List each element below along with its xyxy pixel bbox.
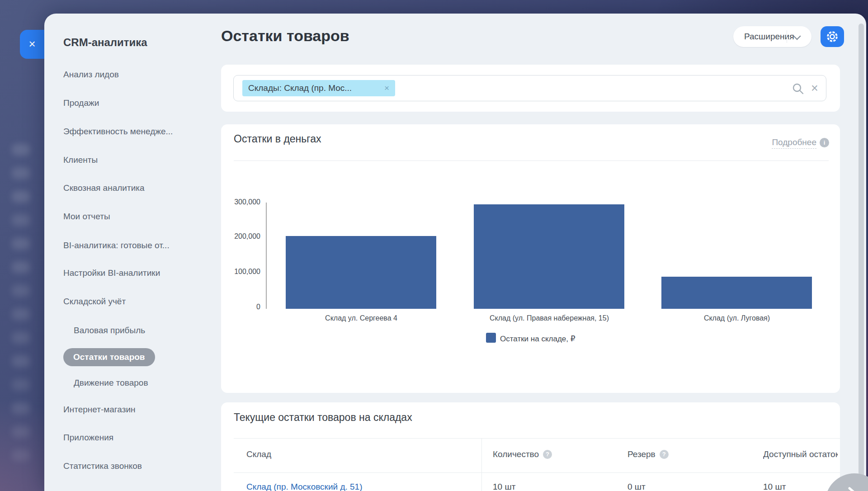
sidebar-item-call-statistics[interactable]: Статистика звонков	[63, 461, 142, 473]
column-header-reserve: Резерв ?	[627, 449, 669, 459]
sidebar-item-clipped[interactable]: С	[63, 489, 70, 491]
close-slider-button[interactable]: ×	[20, 30, 44, 59]
filter-card: Склады: Склад (пр. Мос... × ×	[221, 65, 840, 112]
gear-icon	[826, 30, 839, 43]
vertical-scrollbar[interactable]	[859, 24, 864, 491]
column-header-quantity: Количество ?	[493, 449, 552, 459]
sidebar-item-gross-profit[interactable]: Валовая прибыль	[74, 326, 145, 337]
settings-button[interactable]	[821, 26, 844, 47]
y-tick-0: 0	[221, 303, 260, 311]
sidebar-item-warehouse-accounting[interactable]: Складской учёт	[63, 297, 126, 308]
filter-search-input[interactable]: Склады: Склад (пр. Мос... × ×	[233, 75, 826, 101]
sidebar-item-stock-balance-active[interactable]: Остатки товаров	[63, 348, 155, 366]
bar-warehouse-sergeeva	[286, 236, 436, 309]
sidebar-item-my-reports[interactable]: Мои отчеты	[63, 212, 110, 223]
extensions-button-label: Расширения	[733, 32, 794, 42]
table-row-reserve: 0 шт	[627, 482, 646, 491]
filter-tag-remove-icon[interactable]: ×	[384, 83, 389, 93]
sidebar-item-lead-analysis[interactable]: Анализ лидов	[63, 70, 119, 81]
money-balance-card: Остатки в деньгах Подробнее i 300,000 20…	[221, 124, 840, 393]
bar-warehouse-lugovaya	[661, 277, 812, 309]
y-tick-100000: 100,000	[221, 268, 260, 276]
column-header-available: Доступный остаток	[763, 449, 838, 459]
column-header-warehouse: Склад	[246, 449, 271, 459]
page-title: Остатки товаров	[221, 27, 349, 45]
table-row-warehouse-link[interactable]: Склад (пр. Московский д. 51)	[246, 482, 363, 491]
help-icon[interactable]: ?	[543, 450, 552, 459]
sidebar-item-bi-analytics-settings[interactable]: Настройки BI-аналитики	[63, 268, 160, 280]
bar-warehouse-pravaya-naberezhnaya	[474, 204, 624, 309]
y-tick-200000: 200,000	[221, 232, 260, 241]
sidebar-item-end-to-end-analytics[interactable]: Сквозная аналитика	[63, 183, 145, 195]
sidebar-title: CRM-аналитика	[63, 36, 147, 49]
clear-search-icon[interactable]: ×	[811, 81, 818, 95]
x-label-lugovaya: Склад (ул. Луговая)	[642, 314, 832, 322]
legend-swatch	[486, 333, 496, 343]
legend-label: Остатки на складе, ₽	[500, 334, 576, 344]
search-icon[interactable]	[792, 82, 804, 97]
chevron-down-icon	[793, 33, 801, 40]
filter-tag-warehouses[interactable]: Склады: Склад (пр. Мос... ×	[242, 80, 395, 96]
sidebar-item-sales[interactable]: Продажи	[63, 98, 99, 110]
table-row-available: 10 шт	[763, 482, 786, 491]
details-link[interactable]: Подробнее	[772, 137, 816, 149]
y-axis-line	[266, 203, 267, 309]
background-menu-icons-blur	[12, 144, 30, 156]
table-header-border	[234, 472, 840, 473]
card-divider	[234, 161, 829, 161]
table-row-quantity: 10 шт	[493, 482, 515, 491]
sidebar-item-clients[interactable]: Клиенты	[63, 155, 98, 167]
sidebar-item-manager-efficiency[interactable]: Эффективность менедже...	[63, 127, 173, 138]
current-stock-table-card: Текущие остатки товаров на складах Склад…	[221, 402, 840, 491]
button-divider	[787, 30, 787, 43]
table-column-divider	[481, 438, 482, 491]
sidebar-item-online-store[interactable]: Интернет-магазин	[63, 405, 136, 416]
x-label-sergeeva: Склад ул. Сергеева 4	[266, 314, 456, 322]
help-icon[interactable]: ?	[660, 450, 669, 459]
table-border-top	[234, 438, 840, 439]
y-tick-300000: 300,000	[221, 198, 260, 206]
x-label-pravaya-naberezhnaya: Склад (ул. Правая набережная, 15)	[454, 314, 644, 322]
sidebar-item-goods-movement[interactable]: Движение товаров	[74, 378, 148, 390]
close-icon: ×	[28, 37, 35, 51]
sidebar-item-bi-analytics-reports[interactable]: BI-аналитика: готовые от...	[63, 241, 170, 252]
info-icon[interactable]: i	[820, 138, 829, 147]
extensions-button[interactable]: Расширения	[733, 26, 811, 47]
sidebar-item-apps[interactable]: Приложения	[63, 433, 113, 444]
chart-card-title: Остатки в деньгах	[234, 133, 321, 145]
filter-tag-label: Склады: Склад (пр. Мос...	[248, 83, 352, 93]
chevron-right-icon	[847, 486, 859, 491]
table-title: Текущие остатки товаров на складах	[234, 411, 412, 424]
